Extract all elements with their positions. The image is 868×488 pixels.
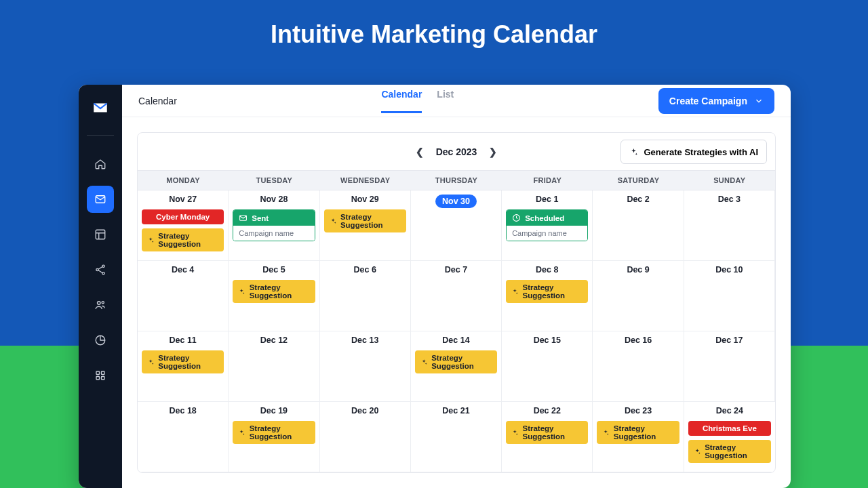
weekday-header: FRIDAY	[502, 171, 593, 190]
nav-apps[interactable]	[87, 362, 114, 389]
sidebar	[79, 85, 122, 488]
calendar-cell[interactable]: Dec 6	[320, 261, 411, 331]
generate-strategies-label: Generate Strategies with AI	[644, 147, 758, 157]
sparkle-icon	[147, 236, 154, 245]
cell-date: Dec 21	[415, 406, 497, 415]
calendar-cell[interactable]: Nov 30	[411, 190, 502, 261]
calendar-cell[interactable]: Dec 17	[684, 331, 775, 402]
tab-calendar[interactable]: Calendar	[381, 89, 422, 113]
calendar-cell[interactable]: Dec 9	[593, 261, 684, 331]
svg-rect-11	[102, 377, 105, 380]
calendar-cell[interactable]: Nov 29Strategy Suggestion	[320, 190, 411, 261]
strategy-suggestion-chip[interactable]: Strategy Suggestion	[142, 350, 224, 373]
svg-point-4	[102, 272, 104, 274]
calendar-cell[interactable]: Dec 4	[138, 261, 229, 331]
weekday-header: TUESDAY	[229, 171, 319, 190]
next-month-button[interactable]: ❯	[489, 146, 497, 157]
calendar-cell[interactable]: Dec 7	[411, 261, 502, 331]
nav-home[interactable]	[87, 150, 114, 178]
sparkle-icon	[602, 428, 609, 437]
calendar-cell[interactable]: Dec 10	[684, 261, 775, 331]
calendar-header: ❮ Dec 2023 ❯ Generate Strategies with AI	[138, 133, 775, 171]
svg-rect-10	[96, 377, 100, 380]
svg-rect-8	[96, 371, 100, 375]
calendar-cell[interactable]: Dec 20	[320, 402, 411, 472]
content: ❮ Dec 2023 ❯ Generate Strategies with AI…	[122, 117, 791, 488]
svg-rect-9	[102, 371, 105, 375]
calendar-cell[interactable]: Dec 8Strategy Suggestion	[502, 261, 593, 331]
svg-point-5	[98, 302, 101, 305]
cell-date: Dec 6	[324, 265, 406, 274]
calendar-cell[interactable]: Dec 22Strategy Suggestion	[502, 402, 593, 472]
cell-date: Dec 22	[506, 406, 588, 415]
calendar-cell[interactable]: Nov 27Cyber MondayStrategy Suggestion	[138, 190, 229, 261]
breadcrumb: Calendar	[138, 96, 177, 106]
holiday-chip[interactable]: Cyber Monday	[142, 209, 224, 224]
month-label: Dec 2023	[436, 146, 477, 157]
calendar-cell[interactable]: Dec 19Strategy Suggestion	[229, 402, 319, 472]
calendar-cell[interactable]: Dec 2	[593, 190, 684, 261]
weekday-header: WEDNESDAY	[320, 171, 411, 190]
calendar-cell[interactable]: Dec 1ScheduledCampaign name	[502, 190, 593, 261]
cell-date: Dec 3	[688, 195, 770, 204]
strategy-suggestion-chip[interactable]: Strategy Suggestion	[506, 280, 588, 303]
strategy-suggestion-chip[interactable]: Strategy Suggestion	[597, 421, 679, 444]
campaign-card[interactable]: ScheduledCampaign name	[506, 209, 588, 241]
strategy-suggestion-chip[interactable]: Strategy Suggestion	[688, 440, 771, 463]
brand-mail-icon	[90, 97, 111, 119]
calendar: ❮ Dec 2023 ❯ Generate Strategies with AI…	[137, 132, 776, 473]
generate-strategies-button[interactable]: Generate Strategies with AI	[620, 140, 767, 164]
sparkle-icon	[238, 428, 245, 437]
calendar-cell[interactable]: Dec 3	[684, 190, 775, 261]
strategy-suggestion-chip[interactable]: Strategy Suggestion	[142, 228, 224, 251]
nav-share[interactable]	[87, 256, 114, 283]
cell-date: Dec 10	[688, 265, 770, 274]
calendar-cell[interactable]: Dec 24Christmas EveStrategy Suggestion	[684, 402, 775, 472]
holiday-chip[interactable]: Christmas Eve	[688, 421, 771, 436]
weekday-header-row: MONDAYTUESDAYWEDNESDAYTHURSDAYFRIDAYSATU…	[138, 171, 775, 190]
calendar-cell[interactable]: Dec 11Strategy Suggestion	[138, 331, 229, 402]
cell-date: Dec 12	[233, 336, 315, 345]
cell-date: Nov 29	[324, 195, 406, 204]
svg-point-2	[102, 265, 104, 267]
nav-layout[interactable]	[87, 221, 114, 248]
calendar-cell[interactable]: Dec 13	[320, 331, 411, 402]
strategy-suggestion-chip[interactable]: Strategy Suggestion	[324, 209, 406, 232]
cell-date: Dec 2	[597, 195, 679, 204]
sparkle-icon	[511, 428, 518, 437]
calendar-cell[interactable]: Dec 21	[411, 402, 502, 472]
weekday-header: THURSDAY	[411, 171, 502, 190]
strategy-suggestion-chip[interactable]: Strategy Suggestion	[506, 421, 588, 444]
svg-point-6	[102, 302, 104, 304]
calendar-cell[interactable]: Dec 16	[593, 331, 684, 402]
create-campaign-button[interactable]: Create Campaign	[658, 88, 774, 114]
calendar-cell[interactable]: Dec 14Strategy Suggestion	[411, 331, 502, 402]
hero-title: Intuitive Marketing Calendar	[0, 0, 868, 49]
strategy-suggestion-chip[interactable]: Strategy Suggestion	[233, 421, 315, 444]
calendar-cell[interactable]: Dec 18	[138, 402, 229, 472]
calendar-cell[interactable]: Dec 12	[229, 331, 319, 402]
tab-list[interactable]: List	[437, 89, 454, 113]
cell-date: Nov 27	[142, 195, 224, 204]
cell-date: Dec 15	[506, 336, 588, 345]
mail-icon	[239, 214, 248, 222]
campaign-card[interactable]: SentCampaign name	[233, 209, 315, 241]
cell-date: Dec 20	[324, 406, 406, 415]
weekday-header: SATURDAY	[593, 171, 684, 190]
topbar: Calendar Calendar List Create Campaign	[122, 85, 791, 117]
nav-users[interactable]	[87, 291, 114, 319]
strategy-suggestion-chip[interactable]: Strategy Suggestion	[233, 280, 315, 303]
calendar-cell[interactable]: Dec 23Strategy Suggestion	[593, 402, 684, 472]
calendar-cell[interactable]: Dec 5Strategy Suggestion	[229, 261, 319, 331]
prev-month-button[interactable]: ❮	[416, 146, 424, 157]
calendar-cell[interactable]: Dec 15	[502, 331, 593, 402]
campaign-card-status: Sent	[233, 210, 314, 226]
sparkle-icon	[420, 358, 427, 367]
cell-date: Nov 30	[415, 195, 497, 208]
cell-date: Dec 19	[233, 406, 315, 415]
strategy-suggestion-chip[interactable]: Strategy Suggestion	[415, 350, 497, 373]
calendar-cell[interactable]: Nov 28SentCampaign name	[229, 190, 319, 261]
nav-reports[interactable]	[87, 327, 114, 354]
sparkle-icon	[330, 217, 336, 226]
nav-campaigns[interactable]	[87, 186, 114, 213]
